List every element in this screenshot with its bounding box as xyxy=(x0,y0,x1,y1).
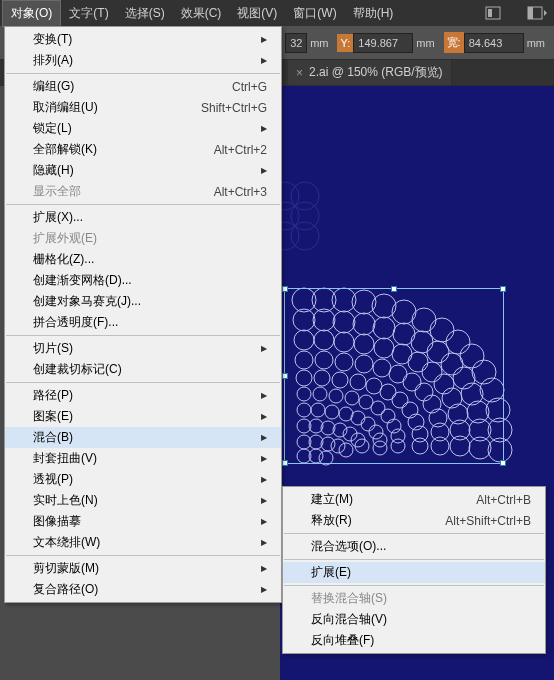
menu-hide[interactable]: 隐藏(H) xyxy=(5,160,281,181)
selection-handle[interactable] xyxy=(391,286,397,292)
selection-handle[interactable] xyxy=(282,373,288,379)
menu-compound-path[interactable]: 复合路径(O) xyxy=(5,579,281,600)
svg-rect-3 xyxy=(528,7,533,19)
submenu-replace-spine: 替换混合轴(S) xyxy=(283,588,545,609)
blend-submenu: 建立(M)Alt+Ctrl+B 释放(R)Alt+Shift+Ctrl+B 混合… xyxy=(282,486,546,654)
menu-image-trace[interactable]: 图像描摹 xyxy=(5,511,281,532)
svg-rect-1 xyxy=(488,9,492,17)
x-unit: mm xyxy=(307,37,331,49)
w-unit: mm xyxy=(524,37,548,49)
menu-rasterize[interactable]: 栅格化(Z)... xyxy=(5,249,281,270)
menu-slice[interactable]: 切片(S) xyxy=(5,338,281,359)
menu-arrange[interactable]: 排列(A) xyxy=(5,50,281,71)
selection-handle[interactable] xyxy=(500,460,506,466)
close-tab-icon[interactable]: × xyxy=(296,66,303,80)
menu-show-all: 显示全部Alt+Ctrl+3 xyxy=(5,181,281,202)
menu-type[interactable]: 文字(T) xyxy=(61,1,116,26)
menu-gradient-mesh[interactable]: 创建渐变网格(D)... xyxy=(5,270,281,291)
selection-handle[interactable] xyxy=(500,286,506,292)
menu-window[interactable]: 窗口(W) xyxy=(285,1,344,26)
menu-object[interactable]: 对象(O) xyxy=(2,0,61,27)
menu-mosaic[interactable]: 创建对象马赛克(J)... xyxy=(5,291,281,312)
submenu-expand[interactable]: 扩展(E) xyxy=(283,562,545,583)
panel-layout-icon[interactable] xyxy=(524,2,550,24)
submenu-blend-options[interactable]: 混合选项(O)... xyxy=(283,536,545,557)
menu-select[interactable]: 选择(S) xyxy=(117,1,173,26)
menu-pattern[interactable]: 图案(E) xyxy=(5,406,281,427)
submenu-release[interactable]: 释放(R)Alt+Shift+Ctrl+B xyxy=(283,510,545,531)
menu-help[interactable]: 帮助(H) xyxy=(345,1,402,26)
menu-expand[interactable]: 扩展(X)... xyxy=(5,207,281,228)
submenu-make[interactable]: 建立(M)Alt+Ctrl+B xyxy=(283,489,545,510)
menu-envelope[interactable]: 封套扭曲(V) xyxy=(5,448,281,469)
menu-clipping-mask[interactable]: 剪切蒙版(M) xyxy=(5,558,281,579)
w-input[interactable] xyxy=(464,33,524,53)
menu-flatten[interactable]: 拼合透明度(F)... xyxy=(5,312,281,333)
menu-live-paint[interactable]: 实时上色(N) xyxy=(5,490,281,511)
menu-effect[interactable]: 效果(C) xyxy=(173,1,230,26)
y-unit: mm xyxy=(413,37,437,49)
svg-point-9 xyxy=(291,222,319,250)
menu-expand-appearance: 扩展外观(E) xyxy=(5,228,281,249)
menu-ungroup[interactable]: 取消编组(U)Shift+Ctrl+G xyxy=(5,97,281,118)
submenu-reverse-front[interactable]: 反向堆叠(F) xyxy=(283,630,545,651)
menu-lock[interactable]: 锁定(L) xyxy=(5,118,281,139)
menu-view[interactable]: 视图(V) xyxy=(229,1,285,26)
y-label: Y: xyxy=(337,34,353,52)
selection-box[interactable] xyxy=(284,288,504,464)
x-input[interactable] xyxy=(285,33,307,53)
menu-perspective[interactable]: 透视(P) xyxy=(5,469,281,490)
selection-handle[interactable] xyxy=(282,286,288,292)
y-input[interactable] xyxy=(353,33,413,53)
doc-layout-icon[interactable] xyxy=(480,2,506,24)
menu-path[interactable]: 路径(P) xyxy=(5,385,281,406)
w-label: 宽: xyxy=(444,32,464,53)
menu-blend[interactable]: 混合(B) xyxy=(5,427,281,448)
submenu-reverse-spine[interactable]: 反向混合轴(V) xyxy=(283,609,545,630)
svg-point-7 xyxy=(291,182,319,210)
menu-transform[interactable]: 变换(T) xyxy=(5,29,281,50)
menubar: 对象(O) 文字(T) 选择(S) 效果(C) 视图(V) 窗口(W) 帮助(H… xyxy=(0,0,554,26)
object-menu-dropdown: 变换(T) 排列(A) 编组(G)Ctrl+G 取消编组(U)Shift+Ctr… xyxy=(4,26,282,603)
selection-handle[interactable] xyxy=(282,460,288,466)
menu-crop-marks[interactable]: 创建裁切标记(C) xyxy=(5,359,281,380)
menu-text-wrap[interactable]: 文本绕排(W) xyxy=(5,532,281,553)
menu-group[interactable]: 编组(G)Ctrl+G xyxy=(5,76,281,97)
document-tab[interactable]: × 2.ai @ 150% (RGB/预览) xyxy=(288,60,452,85)
tab-title: 2.ai @ 150% (RGB/预览) xyxy=(309,64,443,81)
menu-unlock-all[interactable]: 全部解锁(K)Alt+Ctrl+2 xyxy=(5,139,281,160)
